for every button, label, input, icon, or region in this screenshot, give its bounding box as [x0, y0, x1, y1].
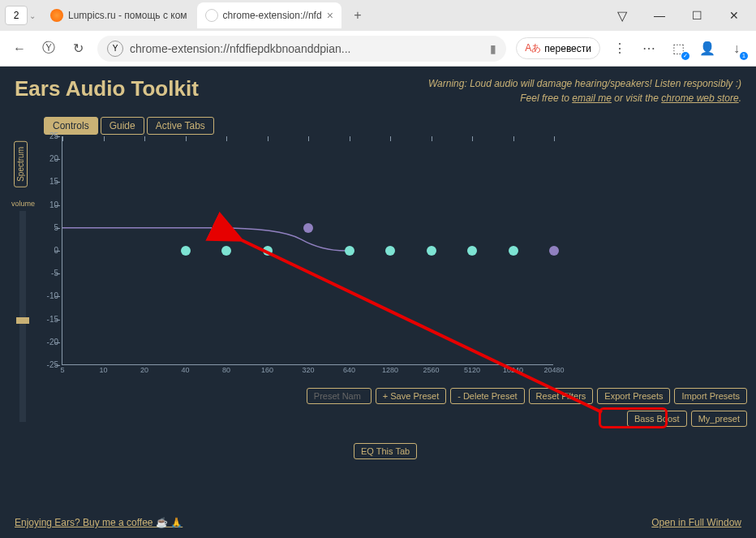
eq-node[interactable]: [549, 246, 559, 256]
header: Ears Audio Toolkit Warning: Loud audio w…: [15, 76, 741, 105]
x-tick-label: 640: [343, 366, 355, 374]
my-preset[interactable]: My_preset: [691, 411, 747, 427]
eq-node[interactable]: [509, 246, 518, 256]
app-title: Ears Audio Toolkit: [15, 76, 199, 101]
volume-label: volume: [11, 200, 35, 208]
store-link[interactable]: chrome web store: [661, 93, 738, 104]
browser-tab-2[interactable]: chrome-extension://nfd ×: [197, 2, 341, 28]
buttons-row: Preset Nam + Save Preset - Delete Preset…: [179, 388, 747, 404]
x-tick-label: 20480: [543, 366, 564, 374]
tab-count-badge[interactable]: 2: [5, 6, 28, 25]
eq-node[interactable]: [303, 223, 313, 233]
email-link[interactable]: email me: [572, 93, 612, 104]
plot-area[interactable]: 5102040801603206401280256051201024020480: [62, 136, 553, 365]
maximize-button[interactable]: ☐: [681, 3, 712, 28]
eq-node[interactable]: [427, 246, 436, 256]
back-button[interactable]: ←: [10, 39, 29, 58]
extensions-button[interactable]: ⬚✓: [668, 39, 688, 58]
titlebar: 2 ⌄ Lumpics.ru - помощь с ком chrome-ext…: [0, 0, 756, 31]
window-controls: ▽ — ☐ ✕: [607, 3, 750, 28]
spectrum-button[interactable]: Spectrum: [14, 141, 28, 187]
tab-title: chrome-extension://nfd: [223, 10, 322, 21]
x-tick-label: 80: [222, 366, 230, 374]
menu-button[interactable]: ⋮: [610, 39, 629, 58]
tab-active-tabs[interactable]: Active Tabs: [147, 117, 214, 135]
save-preset-button[interactable]: + Save Preset: [376, 388, 446, 404]
eq-node[interactable]: [181, 246, 191, 256]
x-tick-label: 2560: [423, 366, 439, 374]
toolbar: ← Ⓨ ↻ Y chrome-extension://nfdfiepdkbnoa…: [0, 31, 756, 67]
footer: Enjoying Ears? Buy me a coffee ☕ 🙏 Open …: [15, 517, 741, 528]
presets-row: Bass Boost My_preset: [179, 411, 747, 427]
eq-this-tab-button[interactable]: EQ This Tab: [354, 443, 417, 459]
eq-node[interactable]: [345, 246, 354, 256]
new-tab-button[interactable]: +: [346, 4, 369, 27]
x-tick-label: 1280: [382, 366, 398, 374]
apps-button[interactable]: ⋯: [639, 39, 659, 58]
tabs-area: 2 ⌄ Lumpics.ru - помощь с ком chrome-ext…: [0, 2, 607, 28]
reset-filters-button[interactable]: Reset Filters: [529, 388, 594, 404]
x-tick-label: 20: [140, 366, 148, 374]
minimize-button[interactable]: —: [644, 3, 675, 28]
warning-line2: Feel free to email me or visit the chrom…: [428, 91, 741, 105]
x-tick-label: 10240: [503, 366, 523, 374]
x-tick-label: 5: [60, 366, 64, 374]
address-text: chrome-extension://nfdfiepdkbnoanddpian.…: [130, 42, 483, 55]
x-tick-label: 10: [99, 366, 107, 374]
delete-preset-button[interactable]: - Delete Preset: [450, 388, 524, 404]
x-tick-label: 160: [261, 366, 273, 374]
address-bar[interactable]: Y chrome-extension://nfdfiepdkbnoanddpia…: [97, 36, 506, 62]
warning-line1: Warning: Loud audio will damage hearing/…: [428, 76, 741, 91]
volume-slider[interactable]: [19, 211, 26, 422]
x-tick-label: 5120: [464, 366, 480, 374]
eq-curve: [62, 136, 554, 365]
warning-text: Warning: Loud audio will damage hearing/…: [428, 76, 741, 105]
eq-node[interactable]: [385, 246, 395, 256]
downloads-button[interactable]: ↓1: [727, 39, 746, 58]
favicon-lumpics: [50, 9, 63, 22]
bookmark-flag-icon[interactable]: ▮: [490, 42, 496, 55]
reload-button[interactable]: ↻: [68, 39, 88, 58]
tab-guide[interactable]: Guide: [101, 117, 144, 135]
close-button[interactable]: ✕: [719, 3, 750, 28]
browser-tab-1[interactable]: Lumpics.ru - помощь с ком: [42, 2, 195, 28]
export-presets-button[interactable]: Export Presets: [597, 388, 670, 404]
x-tick-label: 40: [181, 366, 189, 374]
app-content: Ears Audio Toolkit Warning: Loud audio w…: [0, 67, 756, 538]
site-info-icon[interactable]: Y: [107, 41, 123, 57]
coffee-link[interactable]: Enjoying Ears? Buy me a coffee ☕ 🙏: [15, 517, 183, 528]
volume-handle[interactable]: [16, 317, 29, 324]
eq-chart: 2520151050-5-10-15-20-25 510204080160320…: [44, 136, 553, 380]
translate-icon: Aあ: [525, 41, 541, 55]
translate-button[interactable]: Aあ перевести: [516, 37, 600, 59]
bass-boost-preset[interactable]: Bass Boost: [627, 411, 687, 427]
import-presets-button[interactable]: Import Presets: [674, 388, 747, 404]
favicon-extension: [205, 9, 218, 22]
close-icon[interactable]: ×: [327, 9, 333, 22]
chevron-down-icon[interactable]: ⌄: [29, 11, 36, 20]
yandex-button[interactable]: Ⓨ: [39, 39, 58, 58]
full-window-link[interactable]: Open in Full Window: [651, 517, 741, 528]
translate-label: перевести: [544, 43, 591, 54]
preset-name-input[interactable]: Preset Nam: [307, 388, 372, 404]
ui-tabs: Controls Guide Active Tabs: [44, 117, 741, 135]
eq-node[interactable]: [467, 246, 477, 256]
x-tick-label: 320: [302, 366, 314, 374]
tab-title: Lumpics.ru - помощь с ком: [68, 10, 187, 21]
bookmark-icon[interactable]: ▽: [607, 3, 638, 28]
profile-button[interactable]: 👤: [698, 39, 717, 58]
eq-node[interactable]: [221, 246, 231, 256]
eq-node[interactable]: [263, 246, 273, 256]
